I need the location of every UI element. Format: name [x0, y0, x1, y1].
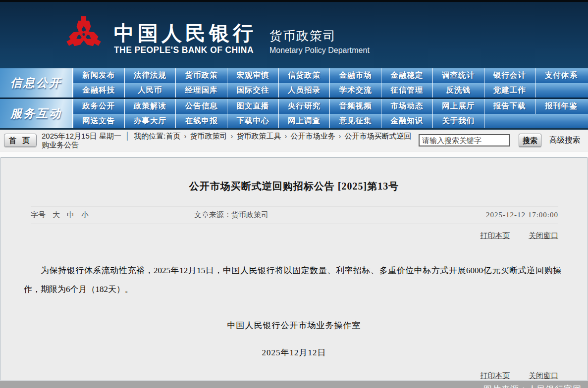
nav-item-credit-reporting[interactable]: 征信管理 — [381, 83, 433, 98]
chevron-separator-icon: › — [227, 132, 236, 140]
department-name-cn: 货币政策司 — [269, 28, 370, 44]
breadcrumb-bar: 首 页 2025年12月15日 星期一│我的位置:首页›货币政策司›货币政策工具… — [0, 128, 588, 151]
nav-item-report-download[interactable]: 报告下载 — [484, 99, 536, 114]
bank-name-en: THE PEOPLE'S BANK OF CHINA — [114, 45, 257, 55]
bank-name-cn: 中国人民银行 — [114, 23, 257, 44]
print-page-link[interactable]: 打印本页 — [480, 372, 510, 380]
nav-item-international[interactable]: 国际交往 — [227, 83, 279, 98]
nav-row: 新闻发布 法律法规 货币政策 宏观审慎 信贷政策 金融市场 金融稳定 调查统计 … — [73, 68, 588, 83]
breadcrumb-item-tools[interactable]: 货币政策工具 — [236, 132, 281, 140]
current-date: 2025年12月15日 星期一 — [42, 132, 121, 140]
nav-item-renminbi[interactable]: 人民币 — [125, 83, 176, 98]
nav-item-anti-money-laundering[interactable]: 反洗钱 — [433, 83, 484, 98]
nav-section-info-disclosure: 信息公开 新闻发布 法律法规 货币政策 宏观审慎 信贷政策 金融市场 金融稳定 … — [0, 68, 588, 97]
nav-item-party-building[interactable]: 党建工作 — [484, 83, 536, 98]
nav-item-policy-interpretation[interactable]: 政策解读 — [125, 99, 176, 114]
font-size-medium-link[interactable]: 中 — [67, 210, 74, 220]
chevron-separator-icon: › — [180, 132, 190, 140]
search-button[interactable]: 搜索 — [519, 134, 541, 147]
nav-row-filler — [535, 83, 588, 98]
nav-item-download-center[interactable]: 下载中心 — [227, 114, 279, 129]
nav-item-research[interactable]: 央行研究 — [279, 99, 330, 114]
nav-item-online-filing[interactable]: 在线申报 — [176, 114, 227, 129]
article-body: 为保持银行体系流动性充裕，2025年12月15日，中国人民银行将以固定数量、利率… — [24, 261, 561, 299]
department-name-en: Monetary Policy Department — [269, 46, 370, 55]
nav-label-info-disclosure[interactable]: 信息公开 — [0, 68, 73, 97]
pboc-logo-icon — [62, 12, 105, 55]
nav-item-market-trends[interactable]: 市场动态 — [381, 99, 433, 114]
nav-item-fintech[interactable]: 金融科技 — [73, 83, 125, 98]
nav-item-service-hall[interactable]: 办事大厅 — [125, 114, 176, 129]
nav-row: 网送文告 办事大厅 在线申报 下载中心 网上调查 意见征集 金融知识 关于我们 — [73, 114, 588, 129]
home-button[interactable]: 首 页 — [4, 134, 37, 147]
nav-item-about-us[interactable]: 关于我们 — [433, 114, 484, 129]
image-credit: 图片来源：人民银行官网 — [483, 384, 582, 388]
nav-item-gov-affairs[interactable]: 政务公开 — [73, 99, 125, 114]
chevron-separator-icon: › — [281, 132, 290, 140]
footer-bar: 图片来源：人民银行官网 — [0, 381, 588, 388]
nav-item-online-survey[interactable]: 网上调查 — [279, 114, 330, 129]
font-size-small-link[interactable]: 小 — [81, 210, 89, 220]
nav-item-news[interactable]: 新闻发布 — [73, 68, 125, 83]
nav-item-payment-system[interactable]: 支付体系 — [535, 68, 587, 83]
nav-item-laws[interactable]: 法律法规 — [125, 68, 176, 83]
nav-item-recruitment[interactable]: 人员招录 — [279, 83, 330, 98]
article-title: 公开市场买断式逆回购招标公告 [2025]第13号 — [1, 180, 587, 193]
close-window-link[interactable]: 关闭窗口 — [529, 232, 558, 240]
nav-item-treasury[interactable]: 经理国库 — [176, 83, 227, 98]
nav-row-filler — [484, 114, 588, 129]
nav-item-live-broadcast[interactable]: 图文直播 — [227, 99, 279, 114]
article-meta-row: 字号 大 中 小 文章来源：货币政策司 2025-12-12 17:00:00 — [31, 206, 558, 224]
chevron-separator-icon: › — [335, 132, 344, 140]
nav-item-financial-knowledge[interactable]: 金融知识 — [381, 114, 433, 129]
font-size-label: 字号 — [31, 210, 46, 220]
font-size-large-link[interactable]: 大 — [53, 210, 60, 220]
breadcrumb: 2025年12月15日 星期一│我的位置:首页›货币政策司›货币政策工具›公开市… — [42, 132, 419, 149]
nav-item-audio-video[interactable]: 音频视频 — [330, 99, 381, 114]
main-navigation: 信息公开 新闻发布 法律法规 货币政策 宏观审慎 信贷政策 金融市场 金融稳定 … — [0, 68, 588, 128]
nav-section-services: 服务互动 政务公开 政策解读 公告信息 图文直播 央行研究 音频视频 市场动态 … — [0, 99, 588, 128]
article-signature: 中国人民银行公开市场业务操作室 — [1, 320, 587, 331]
nav-item-online-exhibition[interactable]: 网上展厅 — [433, 99, 484, 114]
nav-item-web-notices[interactable]: 网送文告 — [73, 114, 125, 129]
breadcrumb-divider: │ — [121, 132, 134, 140]
nav-row: 政务公开 政策解读 公告信息 图文直播 央行研究 音频视频 市场动态 网上展厅 … — [73, 99, 588, 114]
article-actions-bottom: 打印本页 关闭窗口 — [1, 371, 558, 381]
article-actions-top: 打印本页 关闭窗口 — [1, 231, 558, 241]
nav-item-monetary-policy[interactable]: 货币政策 — [176, 68, 227, 83]
main-content: 公开市场买断式逆回购招标公告 [2025]第13号 字号 大 中 小 文章来源：… — [0, 151, 588, 381]
nav-item-announcements[interactable]: 公告信息 — [176, 99, 227, 114]
nav-item-academic-exchange[interactable]: 学术交流 — [330, 83, 381, 98]
nav-row: 金融科技 人民币 经理国库 国际交往 人员招录 学术交流 征信管理 反洗钱 党建… — [73, 83, 588, 98]
nav-item-credit-policy[interactable]: 信贷政策 — [279, 68, 330, 83]
close-window-link[interactable]: 关闭窗口 — [529, 372, 558, 380]
nav-item-financial-stability[interactable]: 金融稳定 — [381, 68, 433, 83]
article-source: 文章来源：货币政策司 — [194, 210, 486, 220]
nav-label-services[interactable]: 服务互动 — [0, 99, 73, 128]
advanced-search-link[interactable]: 高级搜索 — [549, 135, 580, 146]
nav-item-financial-markets[interactable]: 金融市场 — [330, 68, 381, 83]
article-panel: 公开市场买断式逆回购招标公告 [2025]第13号 字号 大 中 小 文章来源：… — [0, 157, 588, 381]
nav-item-periodicals[interactable]: 报刊年鉴 — [535, 99, 587, 114]
breadcrumb-item-dept[interactable]: 货币政策司 — [190, 132, 227, 140]
site-header: 中国人民银行 THE PEOPLE'S BANK OF CHINA 货币政策司 … — [0, 0, 588, 68]
search-zone: 搜索 高级搜索 — [419, 134, 583, 147]
nav-item-solicit-opinions[interactable]: 意见征集 — [330, 114, 381, 129]
search-input[interactable] — [419, 134, 510, 146]
article-sign-date: 2025年12月12日 — [1, 347, 587, 358]
nav-item-accounting[interactable]: 银行会计 — [484, 68, 536, 83]
nav-item-statistics[interactable]: 调查统计 — [433, 68, 484, 83]
print-page-link[interactable]: 打印本页 — [480, 232, 510, 240]
article-datetime: 2025-12-12 17:00:00 — [486, 211, 558, 219]
nav-item-macroprudential[interactable]: 宏观审慎 — [227, 68, 279, 83]
location-label: 我的位置:首页 — [134, 132, 180, 140]
breadcrumb-item-open-market[interactable]: 公开市场业务 — [290, 132, 335, 140]
